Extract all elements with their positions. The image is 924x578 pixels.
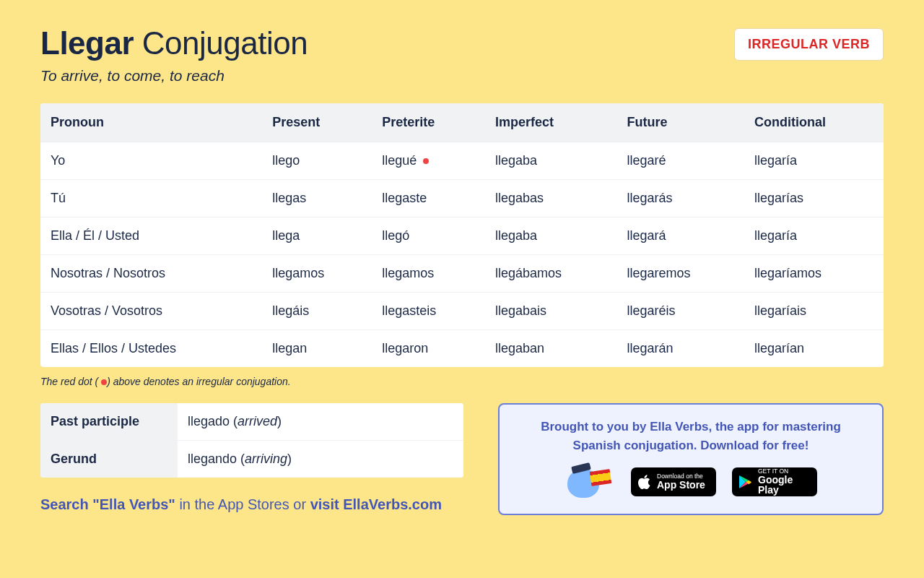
cell-future: llegaréis [617,293,744,330]
app-logo-icon [565,465,615,499]
gerund-value: llegando (arriving) [178,441,463,478]
cell-conditional: llegarían [744,330,884,368]
table-row: Nosotras / Nosotrosllegamosllegamosllegá… [40,255,884,293]
cell-present: llega [262,217,372,255]
conjugation-table: PronounPresentPreteriteImperfectFutureCo… [40,103,884,367]
cell-pronoun: Ella / Él / Usted [40,217,262,255]
table-row: Vosotras / Vosotrosllegáisllegasteislleg… [40,293,884,330]
cell-imperfect: llegábamos [485,255,617,293]
gerund-label: Gerund [40,441,178,478]
forms-table: Past participle llegado (arrived) Gerund… [40,403,463,478]
table-row: Ellas / Ellos / Ustedeslleganllegaronlle… [40,330,884,368]
cell-imperfect: llegaban [485,330,617,368]
cell-conditional: llegaría [744,142,884,180]
cell-present: llegamos [262,255,372,293]
cell-future: llegarán [617,330,744,368]
cell-present: llegáis [262,293,372,330]
cell-preterite: llegasteis [372,293,485,330]
cell-pronoun: Ellas / Ellos / Ustedes [40,330,262,368]
google-play-icon [738,475,751,489]
table-row: Ella / Él / Ustedllegallególlegaballegar… [40,217,884,255]
cell-preterite: llegamos [372,255,485,293]
table-row: Túllegasllegastellegabasllegarásllegaría… [40,180,884,217]
cell-conditional: llegaríais [744,293,884,330]
cell-imperfect: llegabais [485,293,617,330]
cell-imperfect: llegabas [485,180,617,217]
cell-pronoun: Yo [40,142,262,180]
red-dot-icon [423,158,429,164]
search-cta: Search "Ella Verbs" in the App Stores or… [40,496,463,513]
column-header: Preterite [372,103,485,142]
cell-future: llegarás [617,180,744,217]
cell-preterite: llegaron [372,330,485,368]
google-play-button[interactable]: GET IT ON Google Play [732,467,817,496]
cell-future: llegaré [617,142,744,180]
cell-preterite: llegué [372,142,485,180]
table-row: Yollegollegué llegaballegaréllegaría [40,142,884,180]
cell-present: llegas [262,180,372,217]
irregular-badge: IRREGULAR VERB [734,28,884,61]
column-header: Pronoun [40,103,262,142]
apple-icon [637,474,650,490]
cell-imperfect: llegaba [485,142,617,180]
app-store-button[interactable]: Download on the App Store [631,467,716,496]
cell-preterite: llegó [372,217,485,255]
cell-imperfect: llegaba [485,217,617,255]
promo-text: Brought to you by Ella Verbs, the app fo… [520,418,862,454]
cell-pronoun: Vosotras / Vosotros [40,293,262,330]
column-header: Future [617,103,744,142]
title-suffix: Conjugation [142,25,308,61]
cell-future: llegará [617,217,744,255]
past-participle-label: Past participle [40,403,178,441]
cell-future: llegaremos [617,255,744,293]
cell-conditional: llegaríamos [744,255,884,293]
column-header: Imperfect [485,103,617,142]
cell-conditional: llegarías [744,180,884,217]
footnote: The red dot () above denotes an irregula… [40,376,884,387]
cell-pronoun: Tú [40,180,262,217]
red-dot-icon [101,379,107,385]
column-header: Conditional [744,103,884,142]
cell-preterite: llegaste [372,180,485,217]
past-participle-value: llegado (arrived) [178,403,463,441]
page-title: Llegar Conjugation [40,25,308,61]
cell-pronoun: Nosotras / Nosotros [40,255,262,293]
promo-box: Brought to you by Ella Verbs, the app fo… [498,403,884,515]
cell-conditional: llegaría [744,217,884,255]
cell-present: llego [262,142,372,180]
verb-name: Llegar [40,25,134,61]
cell-present: llegan [262,330,372,368]
column-header: Present [262,103,372,142]
verb-translation: To arrive, to come, to reach [40,67,308,85]
